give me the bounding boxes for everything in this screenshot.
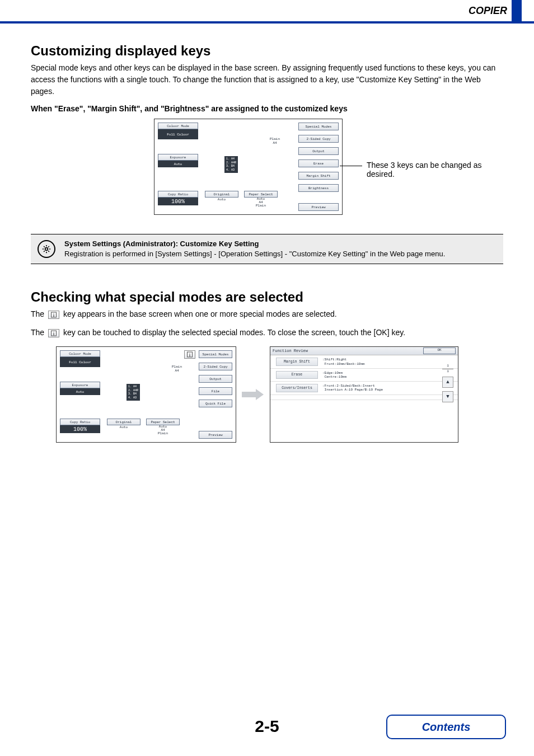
page-up-button[interactable]: ▲: [442, 377, 453, 388]
pager: 1 1 ▲ ▼: [442, 364, 453, 402]
copier-base-screen-1: Colour Mode Full Colour Exposure Auto Co…: [154, 119, 343, 215]
review-label-covers[interactable]: Covers/Inserts: [276, 384, 318, 392]
section1-intro: Special mode keys and other keys can be …: [31, 62, 503, 97]
header-accent: [512, 0, 522, 21]
section-label: COPIER: [469, 5, 507, 17]
special-modes-button[interactable]: Special Modes: [298, 123, 339, 130]
output-button[interactable]: Output: [298, 147, 339, 155]
info-key-icon: [48, 311, 59, 319]
page-header: COPIER: [0, 0, 534, 21]
copier-base-screen-2: Colour Mode Full Colour Exposure Auto Co…: [56, 346, 236, 443]
tray-list: 1. A4 2. A4R 3. B4 4. A3: [224, 156, 238, 173]
brightness-button[interactable]: Brightness: [298, 184, 339, 192]
section1-title: Customizing displayed keys: [31, 43, 503, 59]
two-sided-copy-button[interactable]: 2-Sided Copy: [199, 363, 232, 370]
review-label-margin-shift[interactable]: Margin Shift: [276, 358, 318, 365]
contents-link[interactable]: Contents: [386, 715, 506, 739]
special-modes-button[interactable]: Special Modes: [199, 350, 232, 358]
output-button[interactable]: Output: [199, 375, 232, 383]
section2-line2: The key can be touched to display the se…: [31, 327, 503, 339]
function-review-panel: Function Review OK Margin Shift :Shift:R…: [270, 346, 458, 443]
paper-select-value: Auto A4 Plain: [146, 425, 180, 435]
review-title: Function Review: [273, 349, 308, 353]
exposure-button[interactable]: Exposure: [158, 154, 198, 161]
preview-button[interactable]: Preview: [298, 203, 339, 211]
file-button[interactable]: File: [199, 387, 232, 395]
arrow-right-icon: [242, 389, 264, 400]
review-desc: :Shift:Right Front:10mm/Back:10mm: [322, 358, 365, 365]
preview-button[interactable]: Preview: [199, 431, 232, 439]
copy-ratio-value: 100%: [60, 425, 100, 433]
section2-title: Checking what special modes are selected: [31, 289, 503, 305]
callout-title: System Settings (Administrator): Customi…: [64, 239, 445, 249]
gear-icon: [38, 240, 55, 258]
exposure-value: Auto: [60, 388, 100, 395]
copy-ratio-button[interactable]: Copy Ratio: [60, 419, 100, 425]
page-down-button[interactable]: ▼: [442, 391, 453, 402]
panel-caption: These 3 keys can be changed as desired.: [367, 161, 484, 179]
ok-button[interactable]: OK: [423, 348, 456, 354]
exposure-value: Auto: [158, 161, 198, 167]
example-heading: When "Erase", "Margin Shift", and "Brigh…: [31, 104, 503, 113]
full-colour-value: Full Colour: [60, 357, 100, 367]
admin-callout: System Settings (Administrator): Customi…: [31, 234, 503, 264]
copy-ratio-button[interactable]: Copy Ratio: [158, 191, 198, 198]
section2-line1: The key appears in the base screen when …: [31, 308, 503, 320]
review-desc: :Front:2-Sided/Back:Insert Insertion A:1…: [322, 384, 383, 392]
margin-shift-button[interactable]: Margin Shift: [298, 172, 339, 180]
review-desc: :Edge:10mm Centre:10mm: [322, 371, 346, 379]
info-key-on-panel[interactable]: [184, 350, 195, 359]
plain-a4-label: Plain A4: [264, 137, 286, 145]
original-button[interactable]: Original: [107, 419, 140, 425]
colour-mode-button[interactable]: Colour Mode: [60, 350, 100, 357]
original-button[interactable]: Original: [205, 191, 238, 198]
info-key-icon: [48, 329, 59, 337]
review-label-erase[interactable]: Erase: [276, 371, 318, 379]
full-colour-value: Full Colour: [158, 129, 198, 139]
paper-select-value: Auto A4 Plain: [244, 198, 278, 208]
quick-file-button[interactable]: Quick File: [199, 400, 232, 407]
colour-mode-button[interactable]: Colour Mode: [158, 123, 198, 129]
exposure-button[interactable]: Exposure: [60, 382, 100, 388]
two-sided-copy-button[interactable]: 2-Sided Copy: [298, 135, 339, 143]
tray-list: 1. A4 2. A4R 3. B4 4. A3: [127, 384, 140, 401]
original-value: Auto: [107, 425, 140, 429]
callout-body: Registration is performed in [System Set…: [64, 249, 445, 259]
erase-button[interactable]: Erase: [298, 159, 339, 167]
copy-ratio-value: 100%: [158, 198, 198, 205]
plain-a4-label: Plain A4: [166, 365, 188, 373]
original-value: Auto: [205, 198, 238, 201]
svg-point-0: [45, 248, 48, 251]
caption-lead-line: [340, 166, 362, 166]
